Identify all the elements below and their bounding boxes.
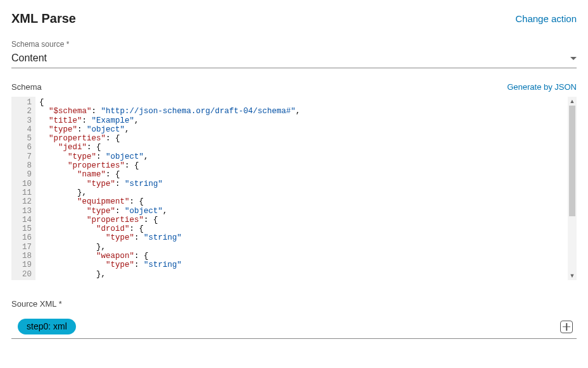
scrollbar-track[interactable]: ▲ ▼	[568, 97, 577, 280]
schema-source-value: Content	[11, 52, 47, 64]
source-xml-chip[interactable]: step0: xml	[18, 319, 76, 334]
line-gutter: 1234567891011121314151617181920	[11, 97, 35, 280]
source-xml-label: Source XML *	[11, 299, 577, 309]
scrollbar-thumb[interactable]	[569, 106, 575, 216]
scroll-down-icon[interactable]: ▼	[568, 271, 577, 280]
generate-by-json-link[interactable]: Generate by JSON	[507, 82, 577, 92]
code-content[interactable]: { "$schema": "http://json-schema.org/dra…	[35, 97, 577, 280]
schema-source-select[interactable]: Content	[11, 51, 577, 68]
schema-source-field: Schema source * Content	[11, 40, 577, 68]
add-icon[interactable]	[560, 321, 573, 333]
schema-source-label: Schema source *	[11, 40, 577, 49]
chevron-down-icon	[570, 57, 577, 60]
source-xml-field: Source XML * step0: xml	[11, 299, 577, 339]
scroll-up-icon[interactable]: ▲	[568, 97, 577, 106]
schema-label: Schema	[11, 82, 42, 92]
page-title: XML Parse	[11, 11, 76, 26]
schema-editor[interactable]: 1234567891011121314151617181920 { "$sche…	[11, 97, 577, 285]
change-action-link[interactable]: Change action	[515, 13, 577, 24]
source-xml-input[interactable]: step0: xml	[11, 315, 577, 339]
